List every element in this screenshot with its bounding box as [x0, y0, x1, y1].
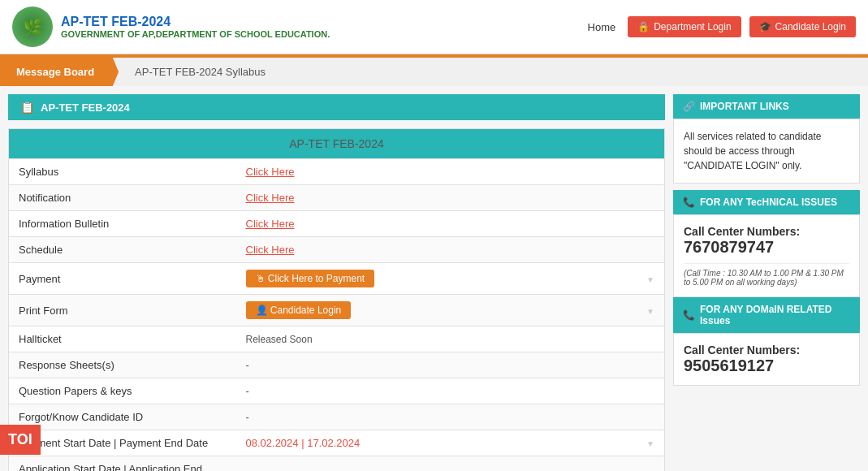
row-value: -	[236, 378, 637, 404]
row-scroll	[637, 159, 664, 185]
row-label: Syllabus	[9, 159, 236, 185]
phone-icon: 📞	[683, 197, 695, 208]
table-row: Print Form👤 Candidate Login▼	[9, 295, 665, 326]
row-scroll: ▼	[637, 263, 664, 295]
dept-login-button[interactable]: 🔒 Department Login	[628, 16, 741, 37]
table-row: Payment Start Date | Payment End Date08.…	[9, 430, 665, 456]
lock-icon: 🔒	[637, 21, 650, 32]
sub-title: GOVERNMENT OF AP,DEPARTMENT OF SCHOOL ED…	[61, 29, 330, 39]
domain-number: 9505619127	[684, 356, 849, 375]
row-label: Forgot/Know Candidate ID	[9, 404, 236, 430]
row-scroll	[637, 211, 664, 237]
technical-time: (Call Time : 10.30 AM to 1.00 PM & 1.30 …	[684, 263, 849, 287]
important-links-label: IMPORTANT LINKS	[700, 101, 789, 112]
left-section-header: 📋 AP-TET FEB-2024	[8, 94, 665, 120]
toi-badge: TOI	[0, 425, 41, 455]
row-value: Released Soon	[236, 326, 637, 352]
right-panel: 🔗 IMPORTANT LINKS All services related t…	[673, 94, 860, 471]
technical-call-label: Call Center Numbers:	[684, 225, 849, 238]
table-row: ScheduleClick Here	[9, 237, 665, 263]
main-table: AP-TET FEB-2024 SyllabusClick HereNotifi…	[8, 128, 665, 471]
candidate-login-label: Candidate Login	[775, 21, 846, 32]
toi-label: TOI	[8, 431, 32, 447]
row-value[interactable]: Click Here	[236, 185, 637, 211]
table-title: AP-TET FEB-2024	[9, 129, 665, 159]
main-title: AP-TET FEB-2024	[61, 15, 330, 29]
row-scroll	[637, 404, 664, 430]
main-container: 📋 AP-TET FEB-2024 AP-TET FEB-2024 Syllab…	[0, 86, 868, 471]
row-label: Print Form	[9, 295, 236, 326]
table-row: Question Papers & keys-	[9, 378, 665, 404]
info-text: All services related to candidate should…	[684, 131, 821, 171]
row-scroll: ▼	[637, 456, 664, 472]
left-panel: 📋 AP-TET FEB-2024 AP-TET FEB-2024 Syllab…	[8, 94, 665, 471]
candidate-login-button[interactable]: 🎓 Candidate Login	[749, 16, 856, 37]
table-row: HallticketReleased Soon	[9, 326, 665, 352]
domain-phone-icon: 📞	[683, 309, 695, 321]
row-label: Application Start Date | Application End…	[9, 456, 236, 472]
domain-call-label: Call Center Numbers:	[684, 344, 849, 356]
clipboard-icon: 📋	[20, 101, 34, 114]
tabs-bar: Message Board AP-TET FEB-2024 Syllabus	[0, 58, 868, 86]
row-value: -	[236, 352, 637, 378]
technical-label: FOR ANY TecHNICAL ISSUES	[700, 197, 837, 208]
row-value: 🖱 Click Here to Payment	[236, 263, 637, 295]
row-label: Schedule	[9, 237, 236, 263]
row-value[interactable]: Click Here	[236, 237, 637, 263]
table-row: SyllabusClick Here	[9, 159, 665, 185]
print-form-candidate-button[interactable]: 👤 Candidate Login	[246, 301, 352, 319]
domain-call-box: Call Center Numbers: 9505619127	[673, 333, 860, 386]
table-row: Application Start Date | Application End…	[9, 456, 665, 472]
table-row: Payment🖱 Click Here to Payment▼	[9, 263, 665, 295]
technical-issues-header: 📞 FOR ANY TecHNICAL ISSUES	[673, 190, 860, 214]
payment-button[interactable]: 🖱 Click Here to Payment	[246, 270, 375, 287]
row-label: Response Sheets(s)	[9, 352, 236, 378]
dept-login-label: Department Login	[654, 21, 731, 32]
table-row: Information BulletinClick Here	[9, 211, 665, 237]
row-scroll	[637, 352, 664, 378]
important-links-header: 🔗 IMPORTANT LINKS	[673, 94, 860, 119]
link-icon: 🔗	[683, 101, 695, 112]
table-wrapper: AP-TET FEB-2024 SyllabusClick HereNotifi…	[8, 128, 665, 471]
info-box: All services related to candidate should…	[673, 119, 860, 184]
logo-icon: 🌿	[12, 6, 53, 47]
row-value[interactable]: Click Here	[236, 159, 637, 185]
table-row: NotificationClick Here	[9, 185, 665, 211]
header-nav: Home 🔒 Department Login 🎓 Candidate Logi…	[588, 16, 856, 37]
home-link[interactable]: Home	[588, 21, 616, 33]
row-scroll	[637, 237, 664, 263]
header-left: 🌿 AP-TET FEB-2024 GOVERNMENT OF AP,DEPAR…	[12, 6, 330, 47]
row-value: 08.02.2024 | 18.02.2024	[236, 456, 637, 472]
header-title: AP-TET FEB-2024 GOVERNMENT OF AP,DEPARTM…	[61, 15, 330, 39]
row-scroll	[637, 326, 664, 352]
domain-label: FOR ANY DOMaIN RELATED Issues	[700, 304, 850, 326]
technical-call-box: Call Center Numbers: 7670879747 (Call Ti…	[673, 214, 860, 297]
row-label: Notification	[9, 185, 236, 211]
row-label: Hallticket	[9, 326, 236, 352]
row-value[interactable]: Click Here	[236, 211, 637, 237]
technical-number: 7670879747	[684, 238, 849, 257]
row-scroll: ▼	[637, 295, 664, 326]
row-value: -	[236, 404, 637, 430]
tab-syllabus-label: AP-TET FEB-2024 Syllabus	[135, 66, 266, 78]
row-label: Information Bulletin	[9, 211, 236, 237]
row-label: Payment	[9, 263, 236, 295]
left-section-label: AP-TET FEB-2024	[41, 102, 130, 114]
tab-message-board[interactable]: Message Board	[0, 58, 119, 86]
table-row: Forgot/Know Candidate ID-	[9, 404, 665, 430]
row-value: 08.02.2024 | 17.02.2024	[236, 430, 637, 456]
row-label: Payment Start Date | Payment End Date	[9, 430, 236, 456]
table-row: Response Sheets(s)-	[9, 352, 665, 378]
domain-issues-header: 📞 FOR ANY DOMaIN RELATED Issues	[673, 297, 860, 333]
row-scroll	[637, 378, 664, 404]
row-value: 👤 Candidate Login	[236, 295, 637, 326]
tab-syllabus[interactable]: AP-TET FEB-2024 Syllabus	[119, 58, 282, 86]
graduation-icon: 🎓	[759, 21, 771, 32]
row-label: Question Papers & keys	[9, 378, 236, 404]
row-scroll: ▼	[637, 430, 664, 456]
row-scroll	[637, 185, 664, 211]
header: 🌿 AP-TET FEB-2024 GOVERNMENT OF AP,DEPAR…	[0, 0, 868, 54]
tab-message-board-label: Message Board	[16, 66, 94, 78]
